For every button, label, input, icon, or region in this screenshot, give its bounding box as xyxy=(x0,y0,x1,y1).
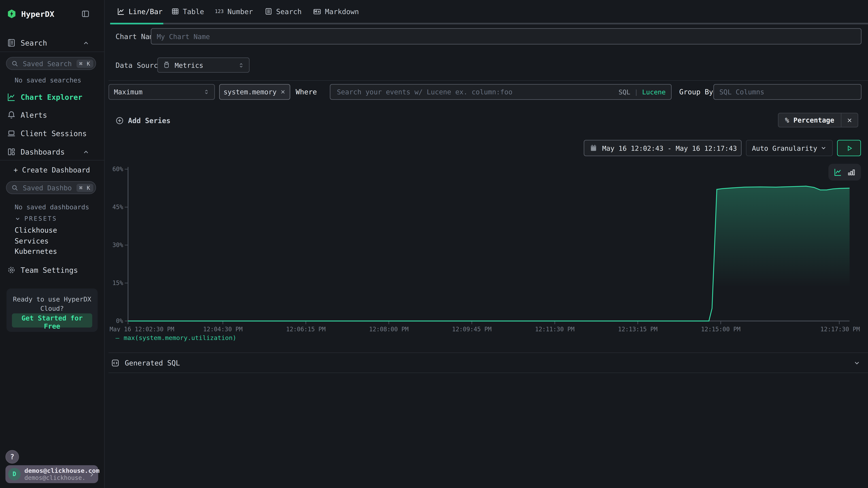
sql-mode-toggle[interactable]: SQL xyxy=(619,88,630,96)
preset-item-kubernetes[interactable]: Kubernetes xyxy=(14,247,57,255)
percentage-button[interactable]: % Percentage xyxy=(778,113,841,127)
add-series-label: Add Series xyxy=(128,117,170,125)
where-label: Where xyxy=(296,88,317,96)
sidebar-item-label: Client Sessions xyxy=(21,129,87,138)
line-chart-icon xyxy=(117,8,125,15)
chart-name-input[interactable] xyxy=(151,28,862,44)
tab-markdown[interactable]: Markdown xyxy=(313,0,359,23)
cloud-promo-card: Ready to use HyperDX Cloud? Get Started … xyxy=(6,289,98,332)
app-root: HyperDX Search ⌘ K No saved searches xyxy=(0,0,868,488)
preset-item-clickhouse[interactable]: Clickhouse xyxy=(14,226,57,234)
sidebar-collapse-icon[interactable] xyxy=(81,10,90,18)
divider xyxy=(0,160,104,161)
sidebar-item-team-settings[interactable]: Team Settings xyxy=(7,266,97,274)
gear-icon xyxy=(7,266,16,274)
hyperdx-logo-icon xyxy=(7,9,16,19)
number-123-icon: 123 xyxy=(215,9,224,14)
date-range-value: May 16 12:02:43 - May 16 12:17:43 xyxy=(602,144,737,152)
chart-plot[interactable]: 60%45%30%15%0%May 16 12:02:30 PM12:04:30… xyxy=(108,163,862,332)
tab-label: Line/Bar xyxy=(129,7,162,15)
series-area xyxy=(128,186,849,321)
promo-text-line2: Cloud? xyxy=(6,304,98,314)
y-tick-label: 60% xyxy=(112,166,123,173)
tab-label: Search xyxy=(276,7,302,15)
divider xyxy=(108,80,868,81)
sidebar-item-label: Alerts xyxy=(21,110,47,119)
help-button[interactable]: ? xyxy=(5,450,19,464)
y-tick-label: 30% xyxy=(112,241,123,249)
sidebar-item-label: Dashboards xyxy=(21,148,65,156)
group-by-input[interactable] xyxy=(713,84,862,100)
generated-sql-toggle[interactable]: Generated SQL xyxy=(108,352,868,373)
markdown-icon xyxy=(313,7,321,15)
tab-line-bar[interactable]: Line/Bar xyxy=(117,0,162,23)
saved-searches-input[interactable]: ⌘ K xyxy=(6,57,96,70)
saved-dashboards-input[interactable]: ⌘ K xyxy=(6,181,96,194)
chevron-right-icon xyxy=(88,471,95,478)
add-series-button[interactable]: Add Series xyxy=(116,117,170,125)
presets-header[interactable]: PRESETS xyxy=(14,215,57,222)
chart-type-tabs: Line/Bar Table 123 Number Search xyxy=(104,0,868,24)
metric-field-name: system.memory.utiliza xyxy=(223,88,278,96)
granularity-select[interactable]: Auto Granularity xyxy=(746,140,833,156)
where-search-input[interactable] xyxy=(336,87,615,97)
percentage-label: Percentage xyxy=(794,116,834,124)
aggregation-select[interactable]: Maximum xyxy=(108,84,215,100)
lucene-mode-toggle[interactable]: Lucene xyxy=(642,88,665,96)
tab-label: Table xyxy=(183,7,204,15)
plus-circle-icon xyxy=(116,117,124,125)
tab-label: Markdown xyxy=(325,7,359,15)
x-tick-label: 12:13:15 PM xyxy=(618,326,658,332)
get-started-button[interactable]: Get Started for Free xyxy=(12,314,92,327)
sidebar-item-label: Search xyxy=(21,38,47,47)
sidebar-item-dashboards[interactable]: Dashboards xyxy=(7,148,97,156)
create-dashboard-button[interactable]: + Create Dashboard xyxy=(13,166,90,174)
main-content: Line/Bar Table 123 Number Search xyxy=(104,0,868,488)
sidebar-item-search[interactable]: Search xyxy=(7,38,97,47)
sidebar-item-client-sessions[interactable]: Client Sessions xyxy=(7,129,97,138)
data-source-value: Metrics xyxy=(175,61,234,69)
percentage-toggle-group: % Percentage xyxy=(778,113,858,127)
x-tick-label: 12:11:30 PM xyxy=(535,326,575,332)
tab-table[interactable]: Table xyxy=(172,0,204,23)
legend-dash: — xyxy=(116,334,119,341)
saved-searches-field[interactable] xyxy=(22,59,73,68)
percentage-remove-button[interactable] xyxy=(841,113,858,127)
tab-number[interactable]: 123 Number xyxy=(215,0,253,23)
data-source-select[interactable]: Metrics xyxy=(157,58,250,73)
metric-field-tag[interactable]: system.memory.utiliza xyxy=(219,84,290,100)
table-icon xyxy=(172,8,179,15)
x-tick-label: 12:08:00 PM xyxy=(369,326,409,332)
logo-row: HyperDX xyxy=(7,9,97,19)
date-range-picker[interactable]: May 16 12:02:43 - May 16 12:17:43 xyxy=(584,140,742,156)
data-source-label: Data Source xyxy=(116,61,162,69)
x-tick-label: May 16 12:02:30 PM xyxy=(110,326,174,332)
y-tick-label: 15% xyxy=(112,280,123,287)
database-icon xyxy=(163,61,170,69)
app-title: HyperDX xyxy=(21,9,54,18)
x-tick-label: 12:09:45 PM xyxy=(452,326,492,332)
no-saved-dashboards: No saved dashboards xyxy=(14,203,89,211)
sidebar: HyperDX Search ⌘ K No saved searches xyxy=(0,0,105,488)
select-updown-icon xyxy=(238,62,244,68)
sidebar-item-chart-explorer[interactable]: Chart Explorer xyxy=(7,93,97,101)
tab-search[interactable]: Search xyxy=(265,0,302,23)
run-query-button[interactable] xyxy=(837,140,861,156)
presets-label: PRESETS xyxy=(24,215,57,222)
chevron-up-icon[interactable] xyxy=(83,149,90,156)
x-tick-label: 12:06:15 PM xyxy=(286,326,326,332)
select-updown-icon xyxy=(204,89,209,95)
close-icon[interactable] xyxy=(280,89,286,95)
preset-item-services[interactable]: Services xyxy=(14,237,49,245)
chevron-up-icon[interactable] xyxy=(83,39,90,46)
calendar-icon xyxy=(590,144,597,152)
shortcut-badge: ⌘ K xyxy=(76,184,93,192)
where-search-box[interactable]: SQL | Lucene xyxy=(330,84,672,100)
granularity-value: Auto Granularity xyxy=(752,144,817,152)
user-menu[interactable]: D demos@clickhouse.com demos@clickhouse.… xyxy=(5,465,98,483)
y-tick-label: 45% xyxy=(112,203,123,210)
search-icon xyxy=(11,184,19,191)
sidebar-item-alerts[interactable]: Alerts xyxy=(7,110,97,119)
saved-dashboards-field[interactable] xyxy=(22,183,73,192)
x-tick-label: 12:15:00 PM xyxy=(701,326,741,332)
